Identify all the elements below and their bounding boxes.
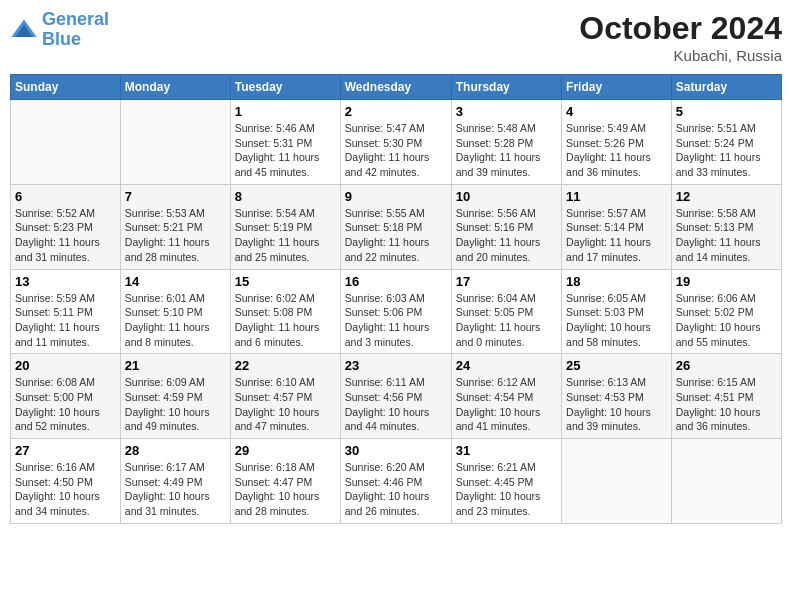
day-info: Sunrise: 5:48 AM Sunset: 5:28 PM Dayligh… — [456, 121, 557, 180]
day-info: Sunrise: 5:51 AM Sunset: 5:24 PM Dayligh… — [676, 121, 777, 180]
calendar-cell: 12Sunrise: 5:58 AM Sunset: 5:13 PM Dayli… — [671, 184, 781, 269]
calendar-cell: 26Sunrise: 6:15 AM Sunset: 4:51 PM Dayli… — [671, 354, 781, 439]
day-info: Sunrise: 6:21 AM Sunset: 4:45 PM Dayligh… — [456, 460, 557, 519]
day-number: 29 — [235, 443, 336, 458]
day-info: Sunrise: 5:46 AM Sunset: 5:31 PM Dayligh… — [235, 121, 336, 180]
weekday-header-wednesday: Wednesday — [340, 75, 451, 100]
day-number: 13 — [15, 274, 116, 289]
day-info: Sunrise: 6:01 AM Sunset: 5:10 PM Dayligh… — [125, 291, 226, 350]
day-number: 9 — [345, 189, 447, 204]
calendar-cell: 5Sunrise: 5:51 AM Sunset: 5:24 PM Daylig… — [671, 100, 781, 185]
day-number: 21 — [125, 358, 226, 373]
weekday-header-thursday: Thursday — [451, 75, 561, 100]
week-row-5: 27Sunrise: 6:16 AM Sunset: 4:50 PM Dayli… — [11, 439, 782, 524]
calendar-cell — [671, 439, 781, 524]
calendar-cell: 15Sunrise: 6:02 AM Sunset: 5:08 PM Dayli… — [230, 269, 340, 354]
day-number: 19 — [676, 274, 777, 289]
day-number: 3 — [456, 104, 557, 119]
calendar-cell: 10Sunrise: 5:56 AM Sunset: 5:16 PM Dayli… — [451, 184, 561, 269]
day-number: 23 — [345, 358, 447, 373]
day-number: 7 — [125, 189, 226, 204]
day-info: Sunrise: 6:04 AM Sunset: 5:05 PM Dayligh… — [456, 291, 557, 350]
weekday-header-saturday: Saturday — [671, 75, 781, 100]
day-info: Sunrise: 6:09 AM Sunset: 4:59 PM Dayligh… — [125, 375, 226, 434]
day-info: Sunrise: 5:49 AM Sunset: 5:26 PM Dayligh… — [566, 121, 667, 180]
calendar-cell — [562, 439, 672, 524]
day-info: Sunrise: 5:59 AM Sunset: 5:11 PM Dayligh… — [15, 291, 116, 350]
weekday-header-tuesday: Tuesday — [230, 75, 340, 100]
day-number: 16 — [345, 274, 447, 289]
day-info: Sunrise: 6:12 AM Sunset: 4:54 PM Dayligh… — [456, 375, 557, 434]
day-info: Sunrise: 5:57 AM Sunset: 5:14 PM Dayligh… — [566, 206, 667, 265]
calendar-cell: 20Sunrise: 6:08 AM Sunset: 5:00 PM Dayli… — [11, 354, 121, 439]
day-number: 6 — [15, 189, 116, 204]
calendar-cell: 14Sunrise: 6:01 AM Sunset: 5:10 PM Dayli… — [120, 269, 230, 354]
weekday-header-row: SundayMondayTuesdayWednesdayThursdayFrid… — [11, 75, 782, 100]
day-info: Sunrise: 5:47 AM Sunset: 5:30 PM Dayligh… — [345, 121, 447, 180]
day-number: 28 — [125, 443, 226, 458]
weekday-header-friday: Friday — [562, 75, 672, 100]
day-number: 31 — [456, 443, 557, 458]
location: Kubachi, Russia — [579, 47, 782, 64]
day-number: 22 — [235, 358, 336, 373]
day-number: 2 — [345, 104, 447, 119]
calendar-cell: 23Sunrise: 6:11 AM Sunset: 4:56 PM Dayli… — [340, 354, 451, 439]
day-info: Sunrise: 6:03 AM Sunset: 5:06 PM Dayligh… — [345, 291, 447, 350]
calendar-cell: 31Sunrise: 6:21 AM Sunset: 4:45 PM Dayli… — [451, 439, 561, 524]
day-number: 10 — [456, 189, 557, 204]
day-info: Sunrise: 6:15 AM Sunset: 4:51 PM Dayligh… — [676, 375, 777, 434]
day-info: Sunrise: 5:53 AM Sunset: 5:21 PM Dayligh… — [125, 206, 226, 265]
title-block: October 2024 Kubachi, Russia — [579, 10, 782, 64]
calendar-table: SundayMondayTuesdayWednesdayThursdayFrid… — [10, 74, 782, 524]
calendar-cell: 2Sunrise: 5:47 AM Sunset: 5:30 PM Daylig… — [340, 100, 451, 185]
calendar-cell: 18Sunrise: 6:05 AM Sunset: 5:03 PM Dayli… — [562, 269, 672, 354]
calendar-cell: 30Sunrise: 6:20 AM Sunset: 4:46 PM Dayli… — [340, 439, 451, 524]
calendar-cell: 16Sunrise: 6:03 AM Sunset: 5:06 PM Dayli… — [340, 269, 451, 354]
calendar-cell — [120, 100, 230, 185]
week-row-3: 13Sunrise: 5:59 AM Sunset: 5:11 PM Dayli… — [11, 269, 782, 354]
day-number: 8 — [235, 189, 336, 204]
logo-text: General Blue — [42, 10, 109, 50]
calendar-cell: 25Sunrise: 6:13 AM Sunset: 4:53 PM Dayli… — [562, 354, 672, 439]
week-row-4: 20Sunrise: 6:08 AM Sunset: 5:00 PM Dayli… — [11, 354, 782, 439]
day-info: Sunrise: 5:54 AM Sunset: 5:19 PM Dayligh… — [235, 206, 336, 265]
day-info: Sunrise: 6:16 AM Sunset: 4:50 PM Dayligh… — [15, 460, 116, 519]
day-number: 27 — [15, 443, 116, 458]
calendar-cell: 24Sunrise: 6:12 AM Sunset: 4:54 PM Dayli… — [451, 354, 561, 439]
calendar-cell: 27Sunrise: 6:16 AM Sunset: 4:50 PM Dayli… — [11, 439, 121, 524]
day-info: Sunrise: 6:02 AM Sunset: 5:08 PM Dayligh… — [235, 291, 336, 350]
day-number: 15 — [235, 274, 336, 289]
weekday-header-monday: Monday — [120, 75, 230, 100]
week-row-1: 1Sunrise: 5:46 AM Sunset: 5:31 PM Daylig… — [11, 100, 782, 185]
day-info: Sunrise: 6:10 AM Sunset: 4:57 PM Dayligh… — [235, 375, 336, 434]
day-info: Sunrise: 6:20 AM Sunset: 4:46 PM Dayligh… — [345, 460, 447, 519]
day-number: 17 — [456, 274, 557, 289]
day-number: 26 — [676, 358, 777, 373]
calendar-cell — [11, 100, 121, 185]
calendar-cell: 3Sunrise: 5:48 AM Sunset: 5:28 PM Daylig… — [451, 100, 561, 185]
logo: General Blue — [10, 10, 109, 50]
day-number: 20 — [15, 358, 116, 373]
calendar-cell: 17Sunrise: 6:04 AM Sunset: 5:05 PM Dayli… — [451, 269, 561, 354]
day-info: Sunrise: 6:05 AM Sunset: 5:03 PM Dayligh… — [566, 291, 667, 350]
day-info: Sunrise: 6:06 AM Sunset: 5:02 PM Dayligh… — [676, 291, 777, 350]
calendar-cell: 28Sunrise: 6:17 AM Sunset: 4:49 PM Dayli… — [120, 439, 230, 524]
day-number: 5 — [676, 104, 777, 119]
day-info: Sunrise: 5:52 AM Sunset: 5:23 PM Dayligh… — [15, 206, 116, 265]
day-number: 12 — [676, 189, 777, 204]
month-title: October 2024 — [579, 10, 782, 47]
logo-icon — [10, 16, 38, 44]
calendar-cell: 13Sunrise: 5:59 AM Sunset: 5:11 PM Dayli… — [11, 269, 121, 354]
calendar-cell: 22Sunrise: 6:10 AM Sunset: 4:57 PM Dayli… — [230, 354, 340, 439]
day-number: 4 — [566, 104, 667, 119]
day-info: Sunrise: 5:58 AM Sunset: 5:13 PM Dayligh… — [676, 206, 777, 265]
calendar-cell: 1Sunrise: 5:46 AM Sunset: 5:31 PM Daylig… — [230, 100, 340, 185]
day-number: 14 — [125, 274, 226, 289]
day-info: Sunrise: 5:55 AM Sunset: 5:18 PM Dayligh… — [345, 206, 447, 265]
day-number: 1 — [235, 104, 336, 119]
calendar-cell: 11Sunrise: 5:57 AM Sunset: 5:14 PM Dayli… — [562, 184, 672, 269]
calendar-cell: 29Sunrise: 6:18 AM Sunset: 4:47 PM Dayli… — [230, 439, 340, 524]
calendar-cell: 7Sunrise: 5:53 AM Sunset: 5:21 PM Daylig… — [120, 184, 230, 269]
calendar-cell: 4Sunrise: 5:49 AM Sunset: 5:26 PM Daylig… — [562, 100, 672, 185]
calendar-cell: 21Sunrise: 6:09 AM Sunset: 4:59 PM Dayli… — [120, 354, 230, 439]
